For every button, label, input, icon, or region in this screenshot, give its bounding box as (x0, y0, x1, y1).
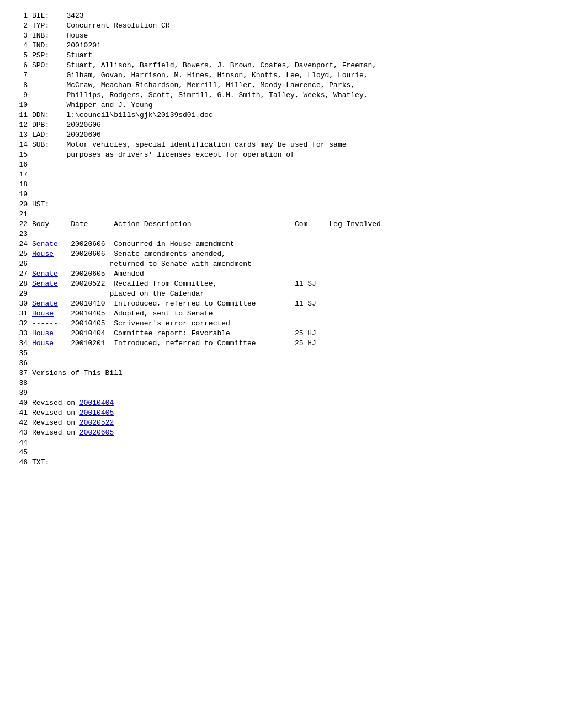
line-20: 20HST: (17, 200, 546, 210)
body-link[interactable]: House (32, 309, 54, 318)
line-number: 15 (17, 150, 32, 160)
line-36: 36 (17, 358, 546, 368)
line-text: purposes as drivers' licenses except for… (32, 150, 546, 160)
body-link[interactable]: House (32, 250, 54, 258)
line-text: DPB: 20020606 (32, 120, 546, 130)
line-text: Senate 20020522 Recalled from Committee,… (32, 279, 546, 289)
line-number: 27 (17, 269, 32, 279)
body-link[interactable]: Senate (32, 280, 58, 288)
version-link[interactable]: 20010404 (79, 399, 114, 407)
line-number: 3 (17, 31, 32, 41)
line-number: 9 (17, 90, 32, 100)
line-text: PSP: Stuart (32, 51, 546, 61)
line-number: 29 (17, 289, 32, 299)
line-text: ------ 20010405 Scrivener's error correc… (32, 319, 546, 329)
line-text (32, 170, 546, 180)
line-number: 37 (17, 368, 32, 378)
line-number: 46 (17, 458, 32, 468)
line-text (32, 358, 546, 368)
line-text: SUB: Motor vehicles, special identificat… (32, 140, 546, 150)
line-text: ______ ________ ________________________… (32, 229, 546, 239)
line-text: Versions of This Bill (32, 368, 546, 378)
line-25: 25House 20020606 Senate amendments amend… (17, 249, 546, 259)
line-10: 10 Whipper and J. Young (17, 100, 546, 110)
line-3: 3INB: House (17, 31, 546, 41)
line-number: 22 (17, 220, 32, 229)
line-text: Revised on 20020605 (32, 428, 546, 438)
line-32: 32------ 20010405 Scrivener's error corr… (17, 319, 546, 329)
body-link[interactable]: Senate (32, 299, 58, 308)
line-text: LAD: 20020606 (32, 130, 546, 140)
line-text: Revised on 20010405 (32, 408, 546, 418)
line-35: 35 (17, 349, 546, 358)
line-23: 23______ ________ ______________________… (17, 229, 546, 239)
line-number: 16 (17, 160, 32, 170)
line-15: 15 purposes as drivers' licenses except … (17, 150, 546, 160)
line-27: 27Senate 20020605 Amended (17, 269, 546, 279)
line-37: 37Versions of This Bill (17, 368, 546, 378)
line-text (32, 438, 546, 448)
line-number: 42 (17, 418, 32, 428)
line-45: 45 (17, 448, 546, 458)
line-text: DDN: l:\council\bills\gjk\20139sd01.doc (32, 110, 546, 120)
line-26: 26 returned to Senate with amendment (17, 259, 546, 269)
line-number: 6 (17, 61, 32, 71)
line-12: 12DPB: 20020606 (17, 120, 546, 130)
line-number: 1 (17, 11, 32, 21)
line-39: 39 (17, 388, 546, 398)
body-link[interactable]: House (32, 339, 54, 347)
line-13: 13LAD: 20020606 (17, 130, 546, 140)
line-text (32, 210, 546, 220)
line-5: 5PSP: Stuart (17, 51, 546, 61)
line-text: Senate 20010410 Introduced, referred to … (32, 299, 546, 309)
line-34: 34House 20010201 Introduced, referred to… (17, 339, 546, 349)
line-text (32, 378, 546, 388)
version-link[interactable]: 20010405 (79, 409, 114, 417)
line-6: 6SPO: Stuart, Allison, Barfield, Bowers,… (17, 61, 546, 71)
line-text: Senate 20020606 Concurred in House amend… (32, 239, 546, 249)
version-link[interactable]: 20020605 (79, 429, 114, 437)
line-text: Whipper and J. Young (32, 100, 546, 110)
line-29: 29 placed on the Calendar (17, 289, 546, 299)
line-8: 8 McCraw, Meacham-Richardson, Merrill, M… (17, 81, 546, 90)
version-link[interactable]: 20020522 (79, 419, 114, 427)
line-30: 30Senate 20010410 Introduced, referred t… (17, 299, 546, 309)
line-number: 26 (17, 259, 32, 269)
line-text: IND: 20010201 (32, 41, 546, 51)
line-text: returned to Senate with amendment (32, 259, 546, 269)
line-number: 18 (17, 180, 32, 190)
line-number: 28 (17, 279, 32, 289)
line-18: 18 (17, 180, 546, 190)
line-number: 30 (17, 299, 32, 309)
line-number: 44 (17, 438, 32, 448)
line-number: 10 (17, 100, 32, 110)
line-text: HST: (32, 200, 546, 210)
line-number: 24 (17, 239, 32, 249)
line-number: 7 (17, 71, 32, 81)
line-21: 21 (17, 210, 546, 220)
line-number: 8 (17, 81, 32, 90)
line-text: BIL: 3423 (32, 11, 546, 21)
line-number: 39 (17, 388, 32, 398)
line-17: 17 (17, 170, 546, 180)
body-link[interactable]: House (32, 329, 54, 338)
line-9: 9 Phillips, Rodgers, Scott, Simrill, G.M… (17, 90, 546, 100)
line-number: 25 (17, 249, 32, 259)
body-link[interactable]: Senate (32, 270, 58, 278)
line-text: placed on the Calendar (32, 289, 546, 299)
line-22: 22Body Date Action Description Com Leg I… (17, 220, 546, 229)
body-link[interactable]: Senate (32, 240, 58, 248)
line-text: TYP: Concurrent Resolution CR (32, 21, 546, 31)
line-text: Phillips, Rodgers, Scott, Simrill, G.M. … (32, 90, 546, 100)
line-number: 45 (17, 448, 32, 458)
line-number: 43 (17, 428, 32, 438)
line-number: 31 (17, 309, 32, 319)
line-text: Revised on 20010404 (32, 398, 546, 408)
line-text (32, 190, 546, 200)
line-number: 2 (17, 21, 32, 31)
line-43: 43Revised on 20020605 (17, 428, 546, 438)
line-number: 38 (17, 378, 32, 388)
line-number: 17 (17, 170, 32, 180)
line-number: 4 (17, 41, 32, 51)
line-19: 19 (17, 190, 546, 200)
